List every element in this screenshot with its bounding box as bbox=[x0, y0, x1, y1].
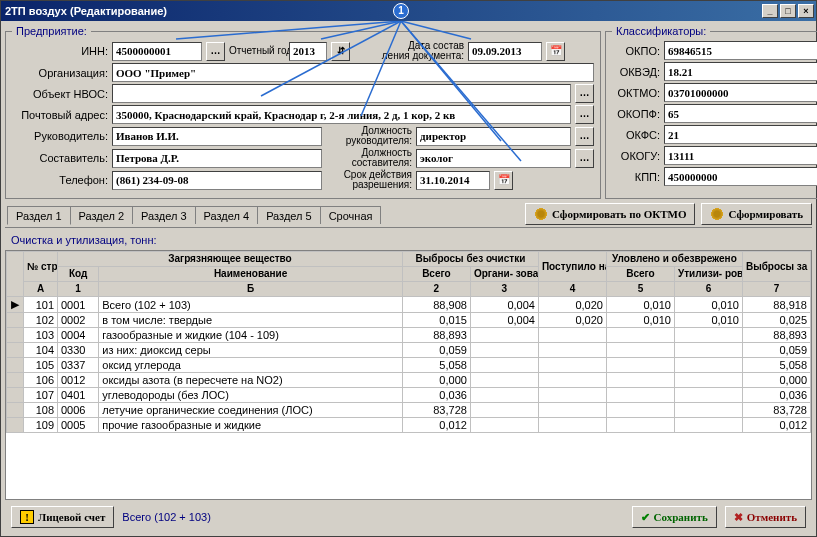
row-indicator bbox=[7, 358, 24, 373]
addr-lookup-button[interactable]: … bbox=[575, 105, 594, 124]
doc-date-label: Дата составления документа: bbox=[354, 41, 464, 61]
warning-icon: ! bbox=[20, 510, 34, 524]
save-button[interactable]: ✔Сохранить bbox=[632, 506, 717, 528]
okved-input[interactable] bbox=[664, 62, 817, 81]
table-row[interactable]: 1070401углеводороды (без ЛОС)0,0360,036 bbox=[7, 388, 811, 403]
org-label: Организация: bbox=[12, 67, 108, 79]
permit-input[interactable] bbox=[416, 171, 490, 190]
doc-date-input[interactable] bbox=[468, 42, 542, 61]
okpo-input[interactable] bbox=[664, 41, 817, 60]
okopf-input[interactable] bbox=[664, 104, 817, 123]
okved-label: ОКВЭД: bbox=[612, 66, 660, 78]
tab-urgent[interactable]: Срочная bbox=[320, 206, 382, 224]
status-text: Всего (102 + 103) bbox=[122, 511, 210, 523]
table-row[interactable]: 1020002в том числе: твердые0,0150,0040,0… bbox=[7, 313, 811, 328]
col-year: Выбросы за отчетный год bbox=[742, 252, 810, 282]
tab-section-3[interactable]: Раздел 3 bbox=[132, 206, 196, 224]
table-row[interactable]: 1090005прочие газообразные и жидкие0,012… bbox=[7, 418, 811, 433]
permit-date-picker-button[interactable]: 📅 bbox=[494, 171, 513, 190]
okogu-input[interactable] bbox=[664, 146, 817, 165]
classifiers-legend: Классификаторы: bbox=[612, 25, 710, 37]
bottom-bar: !Лицевой счет Всего (102 + 103) ✔Сохрани… bbox=[5, 502, 812, 532]
year-input[interactable] bbox=[289, 42, 327, 61]
classifiers-group: Классификаторы: ОКПО: ОКВЭД: ОКТМО: ОКОП… bbox=[605, 25, 817, 199]
row-indicator bbox=[7, 373, 24, 388]
doc-date-picker-button[interactable]: 📅 bbox=[546, 42, 565, 61]
tab-section-4[interactable]: Раздел 4 bbox=[195, 206, 259, 224]
col-indicator bbox=[7, 252, 24, 297]
row-indicator bbox=[7, 403, 24, 418]
permit-label: Срок действияразрешения: bbox=[326, 170, 412, 190]
phone-input[interactable] bbox=[112, 171, 322, 190]
col-vsego2: Всего bbox=[606, 267, 674, 282]
table-row[interactable]: 1030004газообразные и жидкие (104 - 109)… bbox=[7, 328, 811, 343]
phone-label: Телефон: bbox=[12, 174, 108, 186]
inn-input[interactable] bbox=[112, 42, 202, 61]
window-title: 2ТП воздух (Редактирование) bbox=[5, 5, 760, 17]
okogu-label: ОКОГУ: bbox=[612, 150, 660, 162]
account-button[interactable]: !Лицевой счет bbox=[11, 506, 114, 528]
table-row[interactable]: 1080006летучие органические соединения (… bbox=[7, 403, 811, 418]
kpp-input[interactable] bbox=[664, 167, 817, 186]
comp-input[interactable] bbox=[112, 149, 322, 168]
okfs-input[interactable] bbox=[664, 125, 817, 144]
col-to-clean: Поступило на очистку всего: bbox=[538, 252, 606, 282]
table-row[interactable]: 1050337оксид углерода5,0585,058 bbox=[7, 358, 811, 373]
okfs-label: ОКФС: bbox=[612, 129, 660, 141]
col-nstr: № стр. bbox=[24, 252, 58, 282]
table-row[interactable]: ▶1010001Всего (102 + 103)88,9080,0040,02… bbox=[7, 297, 811, 313]
col-name: Наименование bbox=[99, 267, 403, 282]
kpp-label: КПП: bbox=[612, 171, 660, 183]
col-organiz: Органи- зованные bbox=[470, 267, 538, 282]
cancel-button[interactable]: ✖Отменить bbox=[725, 506, 806, 528]
comp-pos-input[interactable] bbox=[416, 149, 571, 168]
tab-section-1[interactable]: Раздел 1 bbox=[7, 206, 71, 225]
row-indicator bbox=[7, 388, 24, 403]
okopf-label: ОКОПФ: bbox=[612, 108, 660, 120]
gear-icon bbox=[710, 207, 724, 221]
addr-input[interactable] bbox=[112, 105, 571, 124]
inn-lookup-button[interactable]: … bbox=[206, 42, 225, 61]
enterprise-legend: Предприятие: bbox=[12, 25, 91, 37]
row-indicator bbox=[7, 328, 24, 343]
nvos-label: Объект НВОС: bbox=[12, 88, 108, 100]
tab-section-2[interactable]: Раздел 2 bbox=[70, 206, 134, 224]
comp-pos-lookup-button[interactable]: … bbox=[575, 149, 594, 168]
tab-section-5[interactable]: Раздел 5 bbox=[257, 206, 321, 224]
head-pos-label: Должностьруководителя: bbox=[326, 126, 412, 146]
table-row[interactable]: 1060012оксиды азота (в пересчете на NO2)… bbox=[7, 373, 811, 388]
data-grid[interactable]: № стр. Загрязняющее вещество Выбросы без… bbox=[5, 250, 812, 500]
year-picker-button[interactable]: ⇵ bbox=[331, 42, 350, 61]
maximize-button[interactable]: □ bbox=[780, 4, 796, 18]
comp-pos-label: Должностьсоставителя: bbox=[326, 148, 412, 168]
col-kod: Код bbox=[58, 267, 99, 282]
enterprise-group: Предприятие: ИНН: … Отчетный год: ⇵ Дата… bbox=[5, 25, 601, 199]
close-button[interactable]: × bbox=[798, 4, 814, 18]
section-title: Очистка и утилизация, тонн: bbox=[5, 230, 812, 248]
col-vsego1: Всего bbox=[402, 267, 470, 282]
year-label: Отчетный год: bbox=[229, 46, 285, 56]
app-window: 2ТП воздух (Редактирование) _ □ × 1 Пред… bbox=[0, 0, 817, 537]
cross-icon: ✖ bbox=[734, 511, 743, 524]
okpo-label: ОКПО: bbox=[612, 45, 660, 57]
table-row[interactable]: 1040330из них: диоксид серы0,0590,059 bbox=[7, 343, 811, 358]
head-pos-lookup-button[interactable]: … bbox=[575, 127, 594, 146]
org-input[interactable] bbox=[112, 63, 594, 82]
minimize-button[interactable]: _ bbox=[762, 4, 778, 18]
oktmo-input[interactable] bbox=[664, 83, 817, 102]
head-input[interactable] bbox=[112, 127, 322, 146]
row-indicator bbox=[7, 418, 24, 433]
row-indicator: ▶ bbox=[7, 297, 24, 313]
nvos-input[interactable] bbox=[112, 84, 571, 103]
tab-bar: Раздел 1 Раздел 2 Раздел 3 Раздел 4 Разд… bbox=[5, 203, 812, 228]
form-button[interactable]: Сформировать bbox=[701, 203, 812, 225]
comp-label: Составитель: bbox=[12, 152, 108, 164]
nvos-lookup-button[interactable]: … bbox=[575, 84, 594, 103]
head-label: Руководитель: bbox=[12, 130, 108, 142]
gear-icon bbox=[534, 207, 548, 221]
col-no-clean: Выбросы без очистки bbox=[402, 252, 538, 267]
callout-badge: 1 bbox=[393, 3, 409, 19]
form-by-oktmo-button[interactable]: Сформировать по ОКТМО bbox=[525, 203, 696, 225]
head-pos-input[interactable] bbox=[416, 127, 571, 146]
col-pollutant: Загрязняющее вещество bbox=[58, 252, 403, 267]
